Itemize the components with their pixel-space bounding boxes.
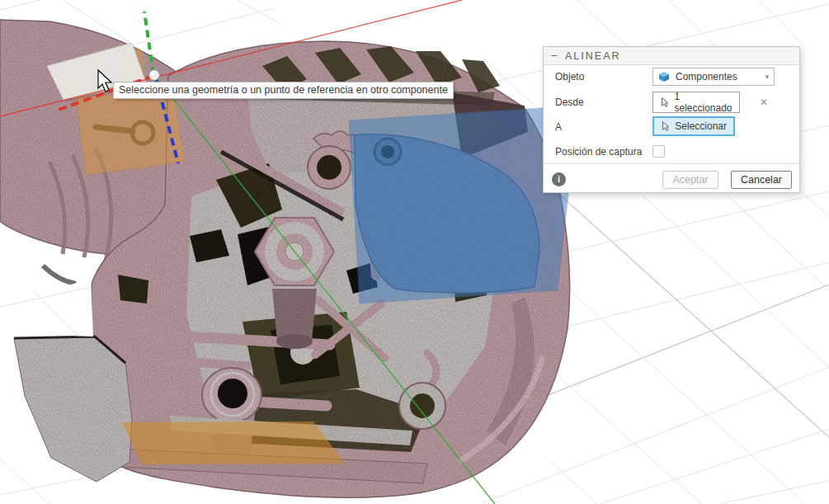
background-gap xyxy=(0,277,93,337)
origin-sphere-handle[interactable] xyxy=(149,70,160,81)
desde-value: 1 seleccionado xyxy=(674,91,732,114)
accept-button[interactable]: Aceptar xyxy=(662,171,718,189)
component-cube-icon xyxy=(658,71,670,82)
dialog-title: ALINEAR xyxy=(565,50,621,62)
selection-tooltip: Seleccione una geometría o un punto de r… xyxy=(113,82,454,99)
orange-plane-bottom[interactable] xyxy=(122,422,345,464)
desde-label: Desde xyxy=(555,97,584,108)
align-dialog[interactable]: − ALINEAR Objeto Componentes ▾ Desde 1 s… xyxy=(543,46,800,193)
collapse-icon[interactable]: − xyxy=(551,50,563,61)
desde-selection-button[interactable]: 1 seleccionado xyxy=(652,92,740,113)
objeto-label: Objeto xyxy=(555,71,584,82)
clear-selection-icon[interactable]: ✕ xyxy=(760,97,768,108)
info-icon[interactable]: i xyxy=(552,172,566,186)
dialog-separator xyxy=(544,163,799,164)
select-cursor-icon xyxy=(660,97,669,108)
select-cursor-icon xyxy=(661,120,670,132)
captura-label: Posición de captura xyxy=(555,146,642,158)
left-slab[interactable] xyxy=(14,337,132,482)
dialog-titlebar[interactable]: − ALINEAR xyxy=(544,47,799,65)
bottom-right-boss xyxy=(399,383,445,429)
objeto-dropdown[interactable]: Componentes ▾ xyxy=(652,68,775,86)
fusion-viewport: Seleccione una geometría o un punto de r… xyxy=(0,0,829,504)
arm-dark-crease xyxy=(43,266,76,284)
a-value: Seleccionar xyxy=(675,120,727,132)
orange-plane-top[interactable] xyxy=(76,91,185,175)
a-selection-button[interactable]: Seleccionar xyxy=(652,116,735,136)
cancel-button[interactable]: Cancelar xyxy=(731,171,792,189)
origin-sphere-highlight xyxy=(151,72,154,75)
a-label: A xyxy=(555,121,562,133)
chevron-down-icon[interactable]: ▾ xyxy=(765,73,769,81)
capture-position-checkbox[interactable] xyxy=(652,145,665,158)
objeto-value: Componentes xyxy=(676,71,737,82)
